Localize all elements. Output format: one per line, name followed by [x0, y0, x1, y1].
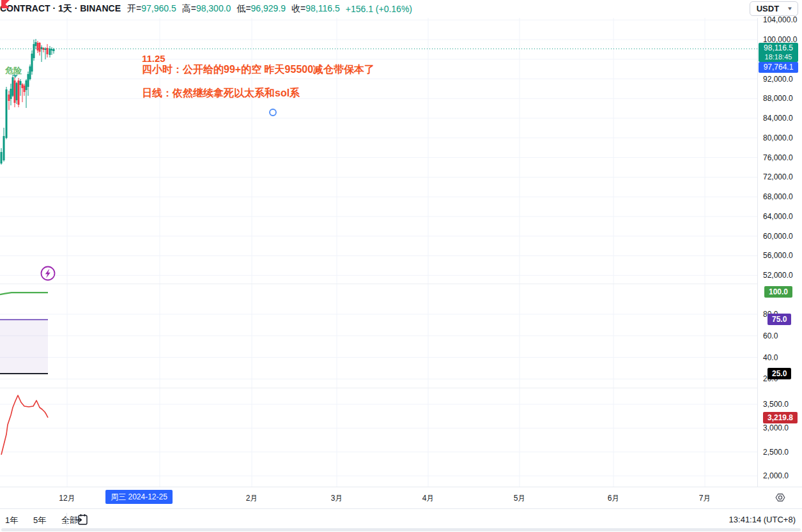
candle-body — [26, 80, 27, 90]
price-tick-label: 72,000.0 — [763, 172, 793, 181]
ohlc-pair: 低=96,929.9 — [236, 3, 286, 13]
candle-body — [1, 152, 3, 163]
range-button-5年[interactable]: 5年 — [31, 513, 49, 528]
kline-icon — [1, 0, 10, 8]
goto-date-icon[interactable] — [74, 512, 89, 528]
candle-body — [10, 89, 12, 99]
candle-body — [20, 81, 22, 85]
price-tick-label: 64,000.0 — [763, 212, 793, 221]
price-tick-label: 60,000.0 — [763, 232, 793, 241]
price-tick-label: 52,000.0 — [763, 271, 793, 280]
candle-body — [39, 43, 41, 52]
drawing-anchor-point — [270, 109, 276, 116]
horizontal-scrollbar[interactable] — [1, 528, 801, 531]
symbol-title: CONTRACT · 1天 · BINANCE — [0, 3, 121, 15]
pane-separator[interactable] — [0, 388, 802, 388]
candle-body — [8, 95, 10, 101]
chevron-down-icon: ▼ — [787, 6, 793, 11]
candle-body — [27, 74, 29, 87]
price-change: +156.1 (+0.16%) — [346, 4, 412, 14]
price-tick-label: 2,500.0 — [763, 448, 789, 457]
timezone-clock[interactable]: 13:41:14 (UTC+8) — [729, 515, 796, 524]
candle-body — [53, 49, 55, 51]
last-price-value: 98,116.5 — [759, 43, 798, 52]
ohlc-value: 98,116.5 — [305, 3, 339, 13]
toolbar-divider — [66, 513, 67, 526]
candle-body — [14, 80, 16, 103]
time-tick-label: 2月 — [246, 493, 258, 504]
time-tick-label: 6月 — [608, 493, 620, 504]
candle-body — [33, 44, 35, 58]
currency-dropdown-value: USDT — [757, 4, 779, 13]
price-tick-label: 56,000.0 — [763, 251, 793, 260]
rsi-line — [0, 293, 48, 294]
indicator-badge-75: 75.0 — [767, 314, 791, 325]
candle-body — [16, 83, 18, 100]
ohlc-label: 高= — [182, 3, 196, 13]
ohlc-label: 开= — [127, 3, 141, 13]
candle-body — [3, 136, 5, 160]
ohlc-pair: 高=98,300.0 — [182, 3, 231, 13]
last-price-badge: 98,116.5 18:18:45 — [759, 43, 798, 62]
price-tick-label: 3,500.0 — [763, 400, 789, 409]
candle-body — [29, 66, 31, 79]
candle-body — [51, 49, 53, 50]
range-button-1年[interactable]: 1年 — [3, 513, 20, 528]
annotation-line2: 日线：依然继续拿死以太系和sol系 — [142, 87, 300, 100]
time-axis[interactable]: 周三 2024-12-25 12月2月3月4月5月6月7月 — [0, 487, 802, 509]
price-tick-label: 76,000.0 — [763, 153, 793, 162]
price-tick-label: 68,000.0 — [763, 192, 793, 201]
chart-canvas[interactable] — [0, 0, 757, 487]
price-tick-label: 104,000.0 — [763, 15, 797, 24]
price-tick-label: 40.0 — [763, 353, 778, 362]
time-tick-label: 4月 — [422, 493, 435, 504]
ohlc-value: 97,960.5 — [141, 3, 176, 13]
bottom-toolbar: 1年5年全部 13:41:14 (UTC+8) — [0, 508, 802, 532]
ohlc-label: 收= — [291, 3, 305, 13]
ohlc-label: 低= — [236, 3, 251, 13]
candle-body — [24, 86, 26, 92]
price-tick-label: 60.0 — [763, 331, 778, 340]
trading-chart-app: CONTRACT · 1天 · BINANCE 开=97,960.5高=98,3… — [0, 0, 802, 532]
chart-header: CONTRACT · 1天 · BINANCE 开=97,960.5高=98,3… — [0, 0, 754, 18]
time-tick-label: 12月 — [59, 493, 75, 504]
date-badge: 周三 2024-12-25 — [105, 490, 173, 504]
indicator-badge-25: 25.0 — [767, 368, 791, 379]
annotation-line1: 四小时：公开给的99+的空 昨天95500减仓带保本了 — [142, 63, 374, 77]
candle-body — [6, 89, 8, 138]
candle-body — [18, 80, 20, 105]
ohlc-value: 98,300.0 — [196, 3, 231, 13]
axis-settings-icon[interactable] — [775, 492, 786, 503]
price-tick-label: 88,000.0 — [763, 94, 793, 103]
price-tick-label: 3,000.0 — [763, 423, 789, 432]
danger-marker-icon — [13, 75, 18, 78]
time-tick-label: 7月 — [699, 493, 711, 504]
candle-body — [49, 49, 51, 55]
price-tick-label: 80,000.0 — [763, 133, 793, 142]
candle-body — [37, 43, 39, 50]
rsi-band-fill — [0, 319, 48, 374]
currency-dropdown[interactable]: USDT ▼ — [750, 1, 798, 16]
price-tick-label: 2,000.0 — [763, 471, 789, 480]
time-tick-label: 5月 — [514, 493, 526, 504]
price-tick-label: 84,000.0 — [763, 114, 793, 123]
candle-body — [12, 77, 14, 96]
ohlc-pair: 收=98,116.5 — [291, 3, 340, 13]
pane-separator[interactable] — [0, 284, 802, 284]
price-axis[interactable]: 98,116.5 18:18:45 97,764.1 100.0 75.0 25… — [757, 18, 802, 487]
pane3-value-badge: 3,219.8 — [763, 412, 798, 423]
price-tick-label: 92,000.0 — [763, 75, 793, 84]
ohlc-pair: 开=97,960.5 — [127, 3, 176, 13]
candle-body — [22, 84, 24, 88]
ohlc-values: 开=97,960.5高=98,300.0低=96,929.9收=98,116.5 — [127, 3, 346, 15]
time-tick-label: 3月 — [331, 493, 343, 504]
candle-body — [31, 54, 33, 72]
blue-price-badge: 97,764.1 — [759, 62, 798, 73]
bar-countdown: 18:18:45 — [759, 52, 798, 61]
indicator-badge-100: 100.0 — [764, 286, 792, 298]
candle-body — [35, 42, 37, 46]
annotation-date: 11.25 — [142, 53, 166, 64]
ohlc-value: 96,929.9 — [251, 3, 286, 13]
